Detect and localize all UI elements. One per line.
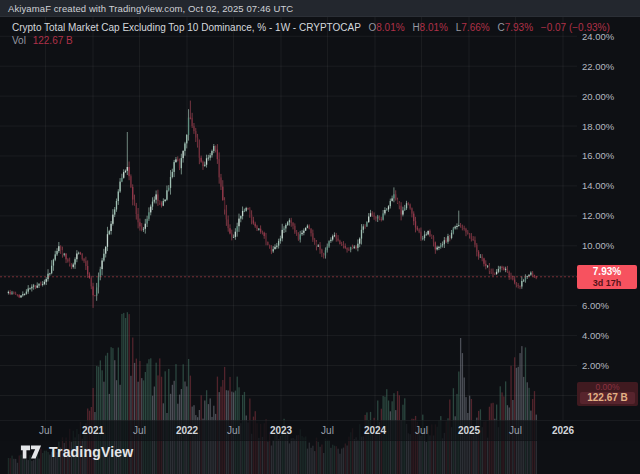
volume-axis-badge: 0.00% 122.67 B [577,382,638,406]
price-axis-label: 4.00% [582,330,636,341]
time-axis-month-label: Jul [415,425,428,436]
price-axis-label: 12.00% [582,210,636,221]
price-axis-label: 2.00% [582,360,636,371]
time-axis-month-label: Jul [227,425,240,436]
bar-countdown: 3d 17h [577,278,637,288]
price-axis-label: 24.00% [582,31,636,42]
close-value: 7.93% [505,22,533,33]
volume-label[interactable]: Vol [12,35,26,46]
tradingview-logo-icon [20,444,42,460]
time-axis-year-label: 2025 [458,425,480,436]
high-value: 8.01% [420,22,448,33]
time-axis-month-label: Jul [39,425,52,436]
price-axis-label: 22.00% [582,61,636,72]
high-label: H [412,22,419,33]
symbol-title[interactable]: Crypto Total Market Cap Excluding Top 10… [12,22,361,33]
open-value: 8.01% [376,22,404,33]
price-axis-label: 10.00% [582,240,636,251]
last-price-badge: 7.93% 3d 17h [577,265,637,289]
time-axis-year-label: 2021 [82,425,104,436]
tradingview-chart-window: Jul2021Jul2022Jul2023Jul2024Jul2025Jul20… [0,0,640,474]
low-value: 7.66% [461,22,489,33]
last-price-value: 7.93% [577,266,637,278]
volume-value: 122.67 B [33,35,73,46]
time-axis-month-label: Jul [509,425,522,436]
attribution-bar: AkiyamaF created with TradingView.com, O… [0,0,640,17]
chart-legend: Crypto Total Market Cap Excluding Top 10… [12,21,610,47]
tradingview-logo[interactable]: TradingView [20,444,133,460]
volume-axis-value: 122.67 B [580,392,635,404]
tradingview-logo-text: TradingView [49,444,133,460]
price-axis-label: 18.00% [582,121,636,132]
chart-canvas[interactable] [0,0,640,474]
price-axis-label: 16.00% [582,150,636,161]
time-axis-year-label: 2024 [364,425,386,436]
price-axis-label: 6.00% [582,300,636,311]
legend-volume-row: Vol 122.67 B [12,34,610,47]
time-axis-month-label: Jul [133,425,146,436]
time-axis[interactable]: Jul2021Jul2022Jul2023Jul2024Jul2025Jul20… [0,420,640,441]
time-axis-year-label: 2023 [270,425,292,436]
zero-percent-tick: 0.00% [577,383,638,392]
close-label: C [497,22,504,33]
time-axis-year-label: 2022 [176,425,198,436]
attribution-text: AkiyamaF created with TradingView.com, O… [8,3,293,14]
time-axis-year-label: 2026 [552,425,574,436]
price-axis-label: 14.00% [582,180,636,191]
time-axis-month-label: Jul [321,425,334,436]
legend-symbol-row: Crypto Total Market Cap Excluding Top 10… [12,21,610,34]
price-axis-label: 20.00% [582,91,636,102]
